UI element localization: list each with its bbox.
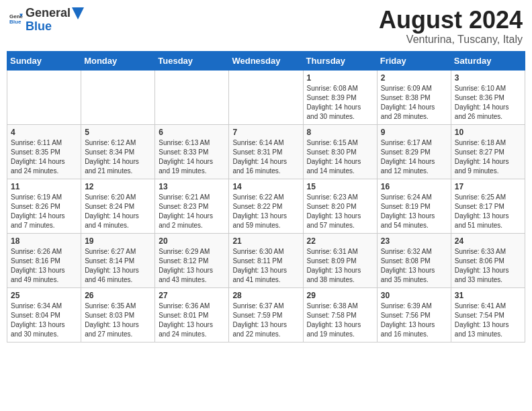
calendar-cell: 9Sunrise: 6:17 AM Sunset: 8:29 PM Daylig…: [377, 124, 451, 179]
day-number: 5: [85, 128, 151, 137]
calendar-cell: 1Sunrise: 6:08 AM Sunset: 8:39 PM Daylig…: [303, 70, 377, 124]
logo: General Blue General Blue: [9, 7, 84, 34]
calendar-cell: 26Sunrise: 6:35 AM Sunset: 8:03 PM Dayli…: [81, 287, 155, 342]
day-info: Sunrise: 6:39 AM Sunset: 7:56 PM Dayligh…: [381, 302, 447, 339]
calendar-cell: 11Sunrise: 6:19 AM Sunset: 8:26 PM Dayli…: [7, 179, 81, 233]
day-number: 16: [381, 182, 447, 191]
title-block: August 2024 Venturina, Tuscany, Italy: [379, 7, 523, 46]
calendar-cell: 19Sunrise: 6:27 AM Sunset: 8:14 PM Dayli…: [81, 233, 155, 287]
day-info: Sunrise: 6:11 AM Sunset: 8:35 PM Dayligh…: [11, 138, 77, 176]
calendar-cell: 31Sunrise: 6:41 AM Sunset: 7:54 PM Dayli…: [451, 287, 525, 342]
calendar-cell: 14Sunrise: 6:22 AM Sunset: 8:22 PM Dayli…: [229, 179, 303, 233]
day-info: Sunrise: 6:14 AM Sunset: 8:31 PM Dayligh…: [232, 138, 299, 176]
day-info: Sunrise: 6:36 AM Sunset: 8:01 PM Dayligh…: [159, 302, 225, 339]
day-info: Sunrise: 6:08 AM Sunset: 8:39 PM Dayligh…: [307, 84, 373, 122]
calendar-table: SundayMondayTuesdayWednesdayThursdayFrid…: [7, 51, 525, 342]
day-info: Sunrise: 6:18 AM Sunset: 8:27 PM Dayligh…: [455, 138, 521, 176]
day-info: Sunrise: 6:15 AM Sunset: 8:30 PM Dayligh…: [307, 138, 373, 176]
day-info: Sunrise: 6:30 AM Sunset: 8:11 PM Dayligh…: [232, 247, 299, 285]
day-info: Sunrise: 6:37 AM Sunset: 7:59 PM Dayligh…: [232, 302, 299, 339]
day-info: Sunrise: 6:10 AM Sunset: 8:36 PM Dayligh…: [455, 84, 521, 122]
calendar-cell: 20Sunrise: 6:29 AM Sunset: 8:12 PM Dayli…: [155, 233, 229, 287]
day-info: Sunrise: 6:29 AM Sunset: 8:12 PM Dayligh…: [159, 247, 225, 285]
week-row-5: 25Sunrise: 6:34 AM Sunset: 8:04 PM Dayli…: [7, 287, 525, 342]
day-info: Sunrise: 6:26 AM Sunset: 8:16 PM Dayligh…: [11, 247, 77, 285]
day-number: 17: [455, 182, 521, 191]
day-number: 26: [85, 291, 151, 300]
day-number: 4: [11, 128, 77, 137]
location-title: Venturina, Tuscany, Italy: [379, 34, 523, 46]
svg-marker-3: [72, 7, 84, 19]
calendar-cell: 30Sunrise: 6:39 AM Sunset: 7:56 PM Dayli…: [377, 287, 451, 342]
day-number: 13: [159, 182, 225, 191]
logo-general-text: General: [26, 7, 71, 20]
day-number: 10: [455, 128, 521, 137]
day-number: 7: [232, 128, 299, 137]
day-info: Sunrise: 6:12 AM Sunset: 8:34 PM Dayligh…: [85, 138, 151, 176]
day-info: Sunrise: 6:35 AM Sunset: 8:03 PM Dayligh…: [85, 302, 151, 339]
day-number: 29: [307, 291, 373, 300]
month-title: August 2024: [379, 7, 523, 34]
calendar-cell: 3Sunrise: 6:10 AM Sunset: 8:36 PM Daylig…: [451, 70, 525, 124]
calendar-cell: 7Sunrise: 6:14 AM Sunset: 8:31 PM Daylig…: [229, 124, 303, 179]
calendar-cell: 15Sunrise: 6:23 AM Sunset: 8:20 PM Dayli…: [303, 179, 377, 233]
day-number: 30: [381, 291, 447, 300]
week-row-2: 4Sunrise: 6:11 AM Sunset: 8:35 PM Daylig…: [7, 124, 525, 179]
calendar-cell: [155, 70, 229, 124]
logo-blue-text: Blue: [26, 19, 52, 33]
week-row-4: 18Sunrise: 6:26 AM Sunset: 8:16 PM Dayli…: [7, 233, 525, 287]
day-number: 2: [381, 73, 447, 83]
day-number: 18: [11, 236, 77, 246]
day-number: 28: [232, 291, 299, 300]
calendar-cell: 24Sunrise: 6:33 AM Sunset: 8:06 PM Dayli…: [451, 233, 525, 287]
day-number: 6: [159, 128, 225, 137]
day-number: 1: [307, 73, 373, 83]
header-tuesday: Tuesday: [155, 51, 229, 70]
calendar-cell: 13Sunrise: 6:21 AM Sunset: 8:23 PM Dayli…: [155, 179, 229, 233]
day-number: 12: [85, 182, 151, 191]
day-number: 15: [307, 182, 373, 191]
logo-graphic: General Blue: [9, 12, 23, 28]
week-row-3: 11Sunrise: 6:19 AM Sunset: 8:26 PM Dayli…: [7, 179, 525, 233]
week-row-1: 1Sunrise: 6:08 AM Sunset: 8:39 PM Daylig…: [7, 70, 525, 124]
day-number: 25: [11, 291, 77, 300]
calendar-cell: 12Sunrise: 6:20 AM Sunset: 8:24 PM Dayli…: [81, 179, 155, 233]
calendar-cell: 6Sunrise: 6:13 AM Sunset: 8:33 PM Daylig…: [155, 124, 229, 179]
day-number: 23: [381, 236, 447, 246]
calendar-cell: 28Sunrise: 6:37 AM Sunset: 7:59 PM Dayli…: [229, 287, 303, 342]
day-number: 9: [381, 128, 447, 137]
day-info: Sunrise: 6:25 AM Sunset: 8:17 PM Dayligh…: [455, 193, 521, 230]
day-number: 11: [11, 182, 77, 191]
day-number: 8: [307, 128, 373, 137]
calendar-cell: 22Sunrise: 6:31 AM Sunset: 8:09 PM Dayli…: [303, 233, 377, 287]
header-wednesday: Wednesday: [229, 51, 303, 70]
header-friday: Friday: [377, 51, 451, 70]
day-info: Sunrise: 6:38 AM Sunset: 7:58 PM Dayligh…: [307, 302, 373, 339]
calendar-cell: 2Sunrise: 6:09 AM Sunset: 8:38 PM Daylig…: [377, 70, 451, 124]
calendar-cell: 17Sunrise: 6:25 AM Sunset: 8:17 PM Dayli…: [451, 179, 525, 233]
day-info: Sunrise: 6:13 AM Sunset: 8:33 PM Dayligh…: [159, 138, 225, 176]
svg-text:Blue: Blue: [9, 19, 21, 25]
day-number: 3: [455, 73, 521, 83]
day-info: Sunrise: 6:32 AM Sunset: 8:08 PM Dayligh…: [381, 247, 447, 285]
day-info: Sunrise: 6:33 AM Sunset: 8:06 PM Dayligh…: [455, 247, 521, 285]
day-info: Sunrise: 6:17 AM Sunset: 8:29 PM Dayligh…: [381, 138, 447, 176]
day-info: Sunrise: 6:34 AM Sunset: 8:04 PM Dayligh…: [11, 302, 77, 339]
day-info: Sunrise: 6:09 AM Sunset: 8:38 PM Dayligh…: [381, 84, 447, 122]
day-info: Sunrise: 6:31 AM Sunset: 8:09 PM Dayligh…: [307, 247, 373, 285]
day-number: 20: [159, 236, 225, 246]
header-monday: Monday: [81, 51, 155, 70]
day-number: 22: [307, 236, 373, 246]
calendar-cell: 4Sunrise: 6:11 AM Sunset: 8:35 PM Daylig…: [7, 124, 81, 179]
calendar-cell: 8Sunrise: 6:15 AM Sunset: 8:30 PM Daylig…: [303, 124, 377, 179]
calendar-header-row: SundayMondayTuesdayWednesdayThursdayFrid…: [7, 51, 525, 70]
calendar-cell: 5Sunrise: 6:12 AM Sunset: 8:34 PM Daylig…: [81, 124, 155, 179]
day-number: 27: [159, 291, 225, 300]
day-number: 21: [232, 236, 299, 246]
day-info: Sunrise: 6:21 AM Sunset: 8:23 PM Dayligh…: [159, 193, 225, 230]
calendar-cell: 25Sunrise: 6:34 AM Sunset: 8:04 PM Dayli…: [7, 287, 81, 342]
day-number: 14: [232, 182, 299, 191]
logo-triangle-icon: [72, 7, 84, 19]
header-thursday: Thursday: [303, 51, 377, 70]
calendar-cell: [229, 70, 303, 124]
